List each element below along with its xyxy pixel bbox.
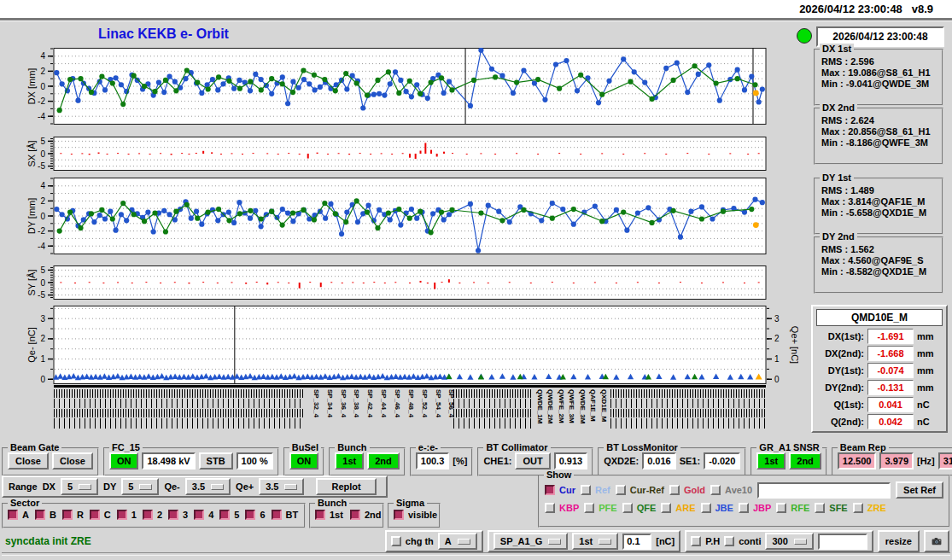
monitor-row: DY(2nd):-0.131mm — [816, 380, 943, 395]
sector-checkbox-R[interactable]: R — [62, 510, 84, 520]
chg-th-checkbox[interactable] — [391, 536, 401, 546]
fc15-on-button[interactable]: ON — [109, 452, 139, 470]
sector-checkbox-A[interactable]: A — [8, 510, 29, 520]
bunch-2nd-button[interactable]: 2nd — [367, 452, 400, 470]
group-label: Beam Gate — [8, 442, 61, 452]
bunch-checkbox-2nd[interactable]: 2nd — [350, 510, 382, 520]
show-toggle-JBE[interactable]: JBE — [701, 503, 733, 513]
sp-select-panel: SP_A1_G 1st [nC] — [488, 530, 680, 552]
checkbox-icon — [853, 503, 863, 513]
range-dx-dropdown[interactable]: 5 — [61, 478, 98, 495]
desktop-clock-bar: 2026/04/12 23:00:48 v8.9 — [0, 0, 952, 18]
threshold-unit: [nC] — [656, 536, 675, 546]
fc15-percent-readout: 100 % — [237, 452, 273, 470]
se1-readout: -0.020 — [704, 452, 740, 470]
sp-monitor-dropdown[interactable]: SP_A1_G — [494, 533, 569, 550]
free-input[interactable] — [818, 534, 867, 550]
svg-text:0: 0 — [40, 149, 45, 159]
show-toggle-KBP[interactable]: KBP — [545, 503, 579, 513]
bpm-axis-label: SP_38_4 — [353, 389, 360, 417]
checkbox-icon — [350, 510, 360, 520]
sp-bunch-dropdown[interactable]: 1st — [572, 533, 618, 550]
bpm-axis-label: SP_44_4 — [380, 389, 388, 417]
svg-text:3: 3 — [40, 314, 45, 324]
chg-th-dropdown[interactable]: A — [438, 533, 477, 550]
dense-label-smear — [54, 389, 303, 398]
sector-checkbox-1[interactable]: 1 — [117, 510, 137, 520]
screenshot-camera-button[interactable] — [924, 530, 949, 552]
sector-checkbox-5[interactable]: 5 — [219, 510, 239, 520]
threshold-input[interactable] — [622, 534, 651, 550]
sector-checkbox-BT[interactable]: BT — [272, 510, 299, 520]
beam-gate-group: Beam Gate Close Close — [2, 447, 99, 476]
sector-checkbox-B[interactable]: B — [35, 510, 56, 520]
replot-button[interactable]: Replot — [316, 478, 376, 495]
sector-checkbox-2[interactable]: 2 — [143, 510, 162, 520]
che1-out-button[interactable]: OUT — [515, 452, 550, 470]
checkbox-label: 3 — [183, 510, 188, 520]
checkbox-label: PFE — [599, 503, 616, 513]
svg-text:-5: -5 — [38, 161, 45, 171]
show-toggle-Cur-Ref[interactable]: Cur-Ref — [616, 485, 664, 495]
gr-a1-2nd-button[interactable]: 2nd — [789, 452, 821, 470]
show-toggle-Cur[interactable]: Cur — [545, 485, 575, 495]
qxd2e-label: QXD2E: — [604, 456, 639, 466]
checkbox-label: A — [22, 510, 29, 520]
show-toggle-Gold[interactable]: Gold — [669, 485, 705, 495]
show-group: Show CurRefCur-RefGoldAve10Set Ref KBPPF… — [538, 475, 950, 528]
checkbox-icon — [701, 503, 711, 513]
sx-sigma-plot: 50-5SX [Å] — [26, 137, 777, 171]
camera-icon — [932, 534, 942, 548]
checkbox-label: JBP — [753, 503, 771, 513]
tick-leader-lines — [54, 399, 303, 408]
range-qem-dropdown[interactable]: 3.5 — [185, 478, 231, 495]
busel-on-button[interactable]: ON — [289, 452, 319, 470]
checkbox-icon — [194, 510, 204, 520]
sigma-visible-checkbox[interactable]: visible — [394, 510, 437, 520]
bunch-1st-button[interactable]: 1st — [335, 452, 364, 470]
sector-checkbox-3[interactable]: 3 — [168, 510, 188, 520]
show-toggle-ARE[interactable]: ARE — [661, 503, 695, 513]
max-value: Max : 20.856@S8_61_H1 — [815, 125, 942, 137]
range-dy-dropdown[interactable]: 5 — [121, 478, 159, 495]
show-toggle-ZRE[interactable]: ZRE — [853, 503, 886, 513]
qxd2e-readout: 0.016 — [642, 452, 676, 470]
bunch-select-group: Bunch 1st2nd — [309, 503, 384, 528]
gr-a1-1st-button[interactable]: 1st — [756, 452, 786, 470]
rms-value: RMS : 2.624 — [815, 114, 942, 125]
show-toggle-SFE[interactable]: SFE — [815, 503, 847, 513]
show-toggle-QFE[interactable]: QFE — [622, 503, 657, 513]
set-ref-input[interactable] — [757, 482, 891, 499]
resize-button[interactable]: resize — [878, 530, 920, 552]
fc15-kv-readout: 18.498 kV — [142, 452, 195, 470]
dropdown-indicator-icon — [284, 484, 297, 490]
show-toggle-Ave10[interactable]: Ave10 — [710, 485, 752, 495]
conti-checkbox[interactable] — [724, 536, 734, 546]
stats-title: DY 2nd — [820, 231, 857, 242]
sector-checkbox-4[interactable]: 4 — [194, 510, 213, 520]
bpm-axis-label: QWDE_1M — [536, 389, 544, 423]
monitor-row: DY(1st):-0.074mm — [816, 363, 943, 378]
set-ref-button[interactable]: Set Ref — [896, 481, 943, 499]
sigma-group: Sigma visible — [388, 503, 441, 528]
count-dropdown[interactable]: 300 — [765, 533, 813, 550]
show-toggle-RFE[interactable]: RFE — [776, 503, 809, 513]
dense-label-smear — [610, 409, 766, 417]
beam-gate-close-button-2[interactable]: Close — [52, 452, 93, 470]
show-toggle-JBP[interactable]: JBP — [739, 503, 771, 513]
fc15-stb-button[interactable]: STB — [199, 452, 233, 470]
beam-gate-close-button-1[interactable]: Close — [8, 452, 49, 470]
sector-checkbox-C[interactable]: C — [90, 510, 111, 520]
ph-checkbox[interactable] — [691, 536, 701, 546]
sector-checkbox-6[interactable]: 6 — [245, 510, 265, 520]
svg-text:Qe+ [nC]: Qe+ [nC] — [790, 326, 798, 364]
bpm-axis-label: SP_54_4 — [435, 389, 442, 417]
bunch-checkbox-1st[interactable]: 1st — [315, 510, 343, 520]
show-toggle-PFE[interactable]: PFE — [584, 503, 616, 513]
range-qep-dropdown[interactable]: 3.5 — [259, 478, 304, 495]
ee-ratio-unit: [%] — [453, 456, 467, 466]
checkbox-icon — [661, 503, 671, 513]
checkbox-label: QFE — [637, 503, 657, 513]
show-toggle-Ref[interactable]: Ref — [581, 485, 610, 495]
svg-text:2: 2 — [40, 334, 45, 343]
